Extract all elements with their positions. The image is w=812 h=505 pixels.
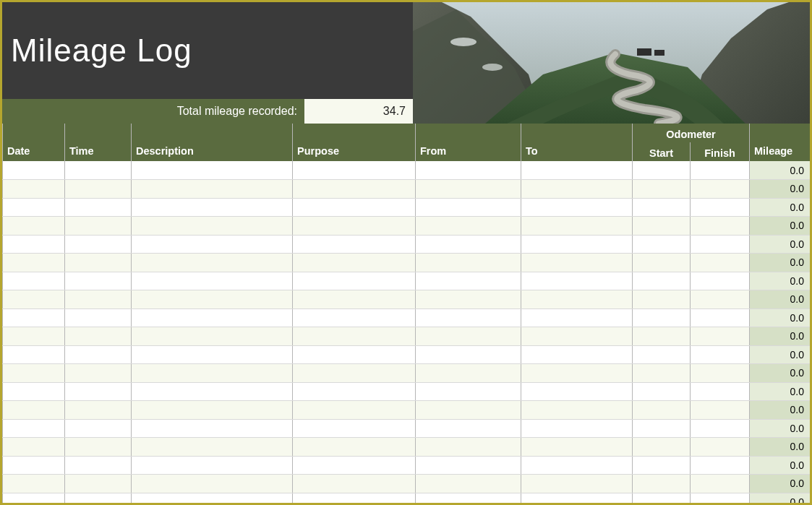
cell-from[interactable] xyxy=(416,438,521,457)
cell-odo-start[interactable] xyxy=(633,217,691,236)
cell-from[interactable] xyxy=(416,419,521,438)
cell-odo-start[interactable] xyxy=(633,235,691,254)
cell-odo-start[interactable] xyxy=(633,254,691,272)
cell-from[interactable] xyxy=(416,198,521,217)
cell-purpose[interactable] xyxy=(293,364,416,383)
cell-description[interactable] xyxy=(132,308,293,327)
cell-date[interactable] xyxy=(3,180,65,199)
cell-description[interactable] xyxy=(132,438,293,457)
cell-mileage[interactable]: 0.0 xyxy=(750,382,811,401)
cell-to[interactable] xyxy=(521,364,633,383)
cell-from[interactable] xyxy=(416,493,521,505)
cell-odo-start[interactable] xyxy=(633,456,691,475)
cell-mileage[interactable]: 0.0 xyxy=(750,272,811,290)
cell-time[interactable] xyxy=(65,438,132,457)
cell-mileage[interactable]: 0.0 xyxy=(750,475,811,493)
cell-to[interactable] xyxy=(521,438,633,457)
cell-from[interactable] xyxy=(416,382,521,401)
cell-odo-finish[interactable] xyxy=(691,493,750,505)
cell-odo-start[interactable] xyxy=(633,290,691,309)
cell-purpose[interactable] xyxy=(293,161,416,180)
cell-purpose[interactable] xyxy=(293,308,416,327)
cell-date[interactable] xyxy=(3,198,65,217)
cell-time[interactable] xyxy=(65,161,132,180)
cell-odo-finish[interactable] xyxy=(691,475,750,493)
cell-description[interactable] xyxy=(132,327,293,346)
cell-odo-start[interactable] xyxy=(633,419,691,438)
cell-date[interactable] xyxy=(3,308,65,327)
cell-date[interactable] xyxy=(3,456,65,475)
cell-to[interactable] xyxy=(521,254,633,272)
cell-from[interactable] xyxy=(416,290,521,309)
cell-odo-start[interactable] xyxy=(633,493,691,505)
cell-description[interactable] xyxy=(132,419,293,438)
cell-description[interactable] xyxy=(132,456,293,475)
cell-date[interactable] xyxy=(3,401,65,420)
cell-odo-start[interactable] xyxy=(633,198,691,217)
cell-purpose[interactable] xyxy=(293,419,416,438)
cell-purpose[interactable] xyxy=(293,198,416,217)
cell-mileage[interactable]: 0.0 xyxy=(750,364,811,383)
cell-to[interactable] xyxy=(521,161,633,180)
cell-purpose[interactable] xyxy=(293,382,416,401)
cell-mileage[interactable]: 0.0 xyxy=(750,456,811,475)
cell-to[interactable] xyxy=(521,217,633,236)
cell-date[interactable] xyxy=(3,382,65,401)
cell-odo-start[interactable] xyxy=(633,401,691,420)
cell-date[interactable] xyxy=(3,290,65,309)
cell-description[interactable] xyxy=(132,217,293,236)
cell-mileage[interactable]: 0.0 xyxy=(750,290,811,309)
cell-odo-finish[interactable] xyxy=(691,308,750,327)
cell-mileage[interactable]: 0.0 xyxy=(750,438,811,457)
cell-purpose[interactable] xyxy=(293,290,416,309)
cell-odo-finish[interactable] xyxy=(691,364,750,383)
cell-odo-finish[interactable] xyxy=(691,180,750,199)
cell-odo-start[interactable] xyxy=(633,272,691,290)
cell-odo-start[interactable] xyxy=(633,308,691,327)
cell-purpose[interactable] xyxy=(293,456,416,475)
cell-purpose[interactable] xyxy=(293,345,416,364)
cell-from[interactable] xyxy=(416,180,521,199)
cell-date[interactable] xyxy=(3,327,65,346)
cell-time[interactable] xyxy=(65,475,132,493)
cell-description[interactable] xyxy=(132,290,293,309)
cell-odo-start[interactable] xyxy=(633,438,691,457)
cell-to[interactable] xyxy=(521,235,633,254)
cell-purpose[interactable] xyxy=(293,272,416,290)
cell-description[interactable] xyxy=(132,161,293,180)
cell-time[interactable] xyxy=(65,235,132,254)
cell-to[interactable] xyxy=(521,327,633,346)
cell-odo-finish[interactable] xyxy=(691,456,750,475)
cell-to[interactable] xyxy=(521,345,633,364)
cell-odo-start[interactable] xyxy=(633,161,691,180)
cell-odo-finish[interactable] xyxy=(691,290,750,309)
cell-time[interactable] xyxy=(65,456,132,475)
cell-description[interactable] xyxy=(132,272,293,290)
cell-date[interactable] xyxy=(3,493,65,505)
cell-purpose[interactable] xyxy=(293,235,416,254)
cell-date[interactable] xyxy=(3,475,65,493)
cell-to[interactable] xyxy=(521,475,633,493)
cell-mileage[interactable]: 0.0 xyxy=(750,161,811,180)
cell-mileage[interactable]: 0.0 xyxy=(750,308,811,327)
cell-time[interactable] xyxy=(65,180,132,199)
cell-to[interactable] xyxy=(521,401,633,420)
cell-odo-finish[interactable] xyxy=(691,382,750,401)
cell-description[interactable] xyxy=(132,345,293,364)
cell-time[interactable] xyxy=(65,308,132,327)
cell-odo-finish[interactable] xyxy=(691,272,750,290)
cell-date[interactable] xyxy=(3,345,65,364)
cell-time[interactable] xyxy=(65,493,132,505)
cell-odo-start[interactable] xyxy=(633,180,691,199)
cell-mileage[interactable]: 0.0 xyxy=(750,419,811,438)
cell-odo-finish[interactable] xyxy=(691,438,750,457)
cell-odo-start[interactable] xyxy=(633,345,691,364)
cell-date[interactable] xyxy=(3,364,65,383)
cell-to[interactable] xyxy=(521,290,633,309)
cell-odo-finish[interactable] xyxy=(691,419,750,438)
cell-mileage[interactable]: 0.0 xyxy=(750,254,811,272)
cell-mileage[interactable]: 0.0 xyxy=(750,217,811,236)
cell-mileage[interactable]: 0.0 xyxy=(750,235,811,254)
cell-odo-start[interactable] xyxy=(633,382,691,401)
cell-date[interactable] xyxy=(3,438,65,457)
